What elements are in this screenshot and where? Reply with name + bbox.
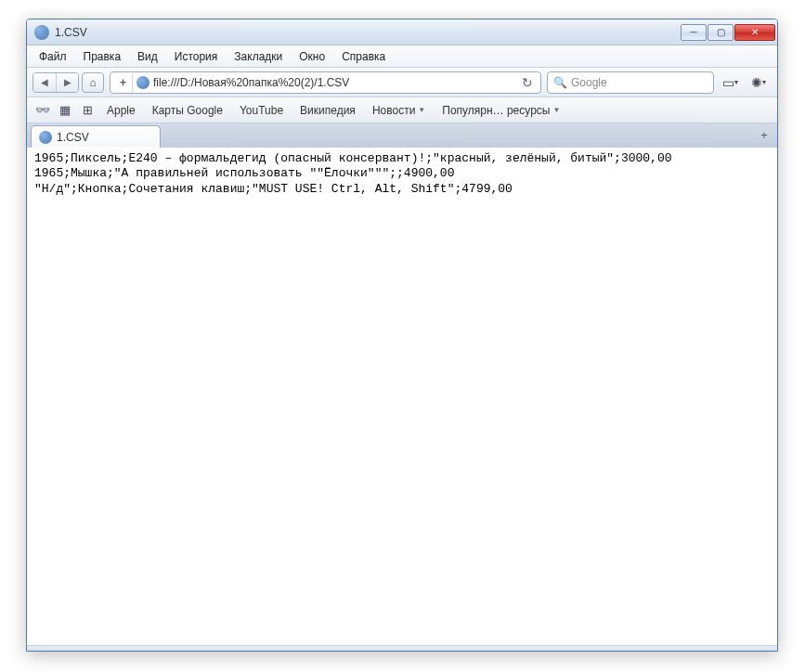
titlebar[interactable]: 1.CSV ─ ▢ ✕ bbox=[27, 19, 777, 45]
new-tab-button[interactable]: + bbox=[757, 129, 772, 142]
address-bar[interactable]: + file:///D:/Новая%20папка%20(2)/1.CSV ↻ bbox=[110, 71, 541, 94]
forward-button[interactable]: ▶ bbox=[56, 73, 78, 92]
bookmark-popular[interactable]: Популярн… ресурсы▼ bbox=[435, 101, 567, 120]
app-icon bbox=[34, 25, 49, 40]
statusbar bbox=[27, 645, 777, 651]
home-button[interactable]: ⌂ bbox=[82, 72, 104, 93]
tab-favicon bbox=[39, 131, 52, 144]
maximize-button[interactable]: ▢ bbox=[708, 24, 734, 41]
reload-button[interactable]: ↻ bbox=[518, 75, 537, 90]
close-button[interactable]: ✕ bbox=[734, 24, 775, 41]
add-bookmark-button[interactable]: + bbox=[114, 73, 133, 92]
menu-help[interactable]: Справка bbox=[333, 47, 394, 66]
bookmark-gmaps[interactable]: Карты Google bbox=[145, 101, 230, 120]
bookmark-youtube[interactable]: YouTube bbox=[232, 101, 291, 120]
bookmark-wikipedia[interactable]: Википедия bbox=[292, 101, 363, 120]
settings-button[interactable]: ✺▾ bbox=[746, 72, 772, 93]
menu-history[interactable]: История bbox=[166, 47, 227, 66]
search-field[interactable]: 🔍 Google bbox=[547, 71, 714, 94]
url-text[interactable]: file:///D:/Новая%20папка%20(2)/1.CSV bbox=[153, 76, 514, 89]
tab-active[interactable]: 1.CSV bbox=[31, 125, 161, 148]
page-menu-button[interactable]: ▭▾ bbox=[717, 72, 743, 93]
content-line: "Н/д";Кнопка;Сочетания клавиш;"MUST USE!… bbox=[34, 182, 513, 196]
nav-group: ◀ ▶ bbox=[32, 72, 79, 93]
show-bookmarks-icon[interactable]: ▦ bbox=[55, 101, 75, 120]
minimize-button[interactable]: ─ bbox=[681, 24, 707, 41]
menu-file[interactable]: Файл bbox=[31, 47, 75, 66]
toolbar: ◀ ▶ ⌂ + file:///D:/Новая%20папка%20(2)/1… bbox=[27, 68, 777, 97]
search-icon: 🔍 bbox=[553, 76, 567, 89]
bookmarks-bar: 👓 ▦ ⊞ Apple Карты Google YouTube Википед… bbox=[27, 97, 777, 123]
window-controls: ─ ▢ ✕ bbox=[681, 24, 775, 41]
browser-window: 1.CSV ─ ▢ ✕ Файл Правка Вид История Закл… bbox=[26, 19, 778, 652]
menu-bookmarks[interactable]: Закладки bbox=[226, 47, 291, 66]
tab-title: 1.CSV bbox=[57, 131, 89, 144]
menubar: Файл Правка Вид История Закладки Окно Сп… bbox=[27, 45, 777, 68]
content-line: 1965;Мышка;"А правильней использовать ""… bbox=[34, 166, 454, 180]
chevron-down-icon: ▼ bbox=[552, 106, 560, 114]
search-placeholder: Google bbox=[571, 76, 607, 89]
bookmark-news[interactable]: Новости▼ bbox=[365, 101, 433, 120]
site-icon bbox=[136, 76, 149, 89]
window-title: 1.CSV bbox=[55, 26, 681, 39]
back-button[interactable]: ◀ bbox=[33, 73, 56, 92]
bookmark-apple[interactable]: Apple bbox=[99, 101, 143, 120]
content-line: 1965;Пиксель;Е240 – формальдегид (опасны… bbox=[34, 151, 672, 165]
menu-view[interactable]: Вид bbox=[129, 47, 166, 66]
tabstrip: 1.CSV + bbox=[27, 123, 777, 148]
menu-window[interactable]: Окно bbox=[291, 47, 333, 66]
menu-edit[interactable]: Правка bbox=[75, 47, 130, 66]
topsites-icon[interactable]: ⊞ bbox=[77, 101, 97, 120]
page-content[interactable]: 1965;Пиксель;Е240 – формальдегид (опасны… bbox=[27, 148, 777, 645]
reading-list-icon[interactable]: 👓 bbox=[32, 101, 53, 120]
chevron-down-icon: ▼ bbox=[418, 106, 425, 114]
